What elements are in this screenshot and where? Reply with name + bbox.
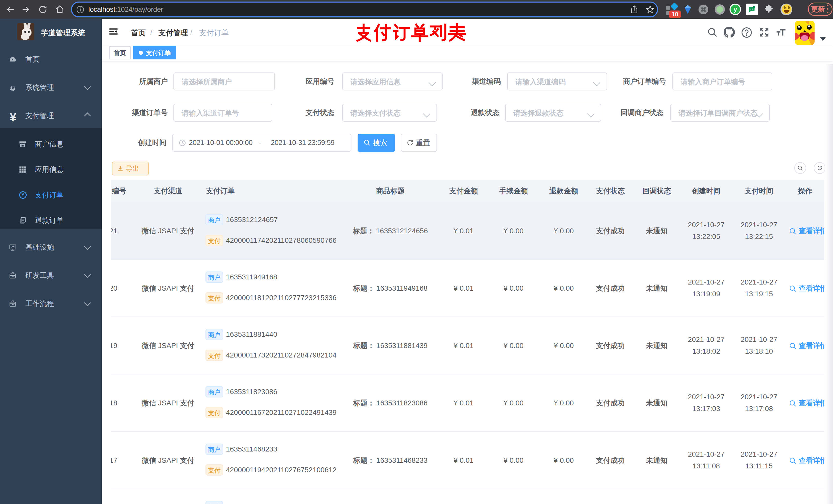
svg-text:¥: ¥ — [22, 193, 24, 197]
